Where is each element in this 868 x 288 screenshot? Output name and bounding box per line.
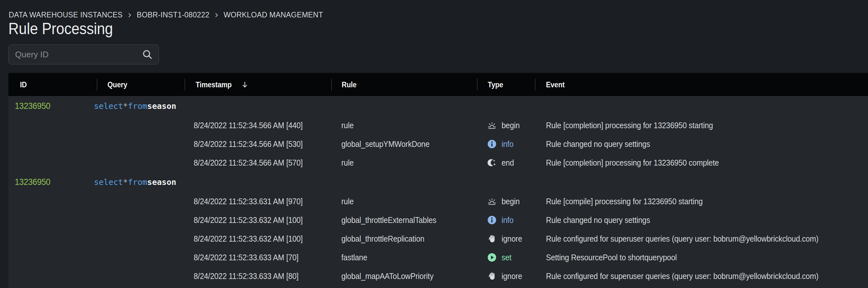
timestamp-cell: 8/24/2022 11:52:33.633 AM [80] [194,267,299,285]
breadcrumb-item-instance[interactable]: BOBR-INST1-080222 [137,11,210,19]
ignore-icon [487,271,497,281]
column-divider [97,79,97,90]
query-token-keyword: select [94,177,123,187]
query-text: select * from season [94,96,176,116]
type-cell: begin [487,116,522,135]
event-cell: Rule [completion] processing for 1323695… [546,153,719,172]
chevron-right-icon [126,12,133,18]
table-body: 13236950 select * from season 8/24/2022 … [8,96,868,285]
column-divider [331,79,332,90]
type-label: begin [502,120,520,131]
type-cell: end [487,153,516,172]
type-label: ignore [502,271,522,281]
type-label: ignore [502,234,522,244]
rule-event-row: 8/24/2022 11:52:34.566 AM [530] global_s… [8,135,868,153]
timestamp-cell: 8/24/2022 11:52:33.631 AM [970] [194,192,303,211]
event-cell: Rule changed no query settings [546,135,650,153]
info-icon [487,215,497,225]
column-divider [185,79,185,90]
column-header-rule[interactable]: Rule [342,73,358,96]
type-cell: begin [487,192,522,211]
type-label: end [502,158,514,168]
timestamp-cell: 8/24/2022 11:52:34.566 AM [440] [194,116,303,135]
table-header: ID Query Timestamp Rule Type Event [8,73,868,96]
column-header-type-label: Type [488,80,503,89]
column-header-id-label: ID [20,80,27,89]
query-token-operator: * [123,102,128,111]
query-token-identifier: season [147,102,176,111]
query-token-identifier: season [147,177,176,187]
query-token-keyword: from [128,102,147,111]
breadcrumb-item-workload-management[interactable]: WORKLOAD MANAGEMENT [224,11,323,19]
page-title: Rule Processing [8,19,113,38]
rule-cell: rule [341,153,353,172]
begin-icon [487,120,497,130]
rule-event-row: 8/24/2022 11:52:33.631 AM [970] rule beg… [8,192,868,211]
column-header-timestamp[interactable]: Timestamp [196,73,249,96]
rule-cell: rule [341,116,353,135]
rule-event-row: 8/24/2022 11:52:33.633 AM [80] global_ma… [8,267,868,285]
type-label: info [502,139,514,149]
event-cell: Rule configured for superuser queries (q… [546,267,818,285]
timestamp-cell: 8/24/2022 11:52:34.566 AM [530] [194,135,303,153]
type-cell: info [487,211,515,229]
type-cell: ignore [487,229,524,248]
chevron-right-icon [213,12,220,18]
rule-event-row: 8/24/2022 11:52:34.566 AM [440] rule beg… [8,116,868,135]
timestamp-cell: 8/24/2022 11:52:33.632 AM [100] [194,229,303,248]
rule-event-row: 8/24/2022 11:52:34.566 AM [570] rule end… [8,153,868,172]
rule-event-row: 8/24/2022 11:52:33.632 AM [100] global_t… [8,229,868,248]
column-header-event[interactable]: Event [546,73,566,96]
query-id-search-input[interactable] [14,49,142,60]
timestamp-cell: 8/24/2022 11:52:33.632 AM [100] [194,211,303,229]
event-cell: Rule [completion] processing for 1323695… [546,116,713,135]
type-label: set [502,253,512,263]
timestamp-cell: 8/24/2022 11:52:34.566 AM [570] [194,153,303,172]
column-header-query[interactable]: Query [107,73,129,96]
rule-cell: fastlane [341,248,367,267]
search-icon[interactable] [142,49,153,60]
column-header-type[interactable]: Type [488,73,505,96]
event-cell: Setting ResourcePool to shortquerypool [546,248,677,267]
query-group-row: 13236950 select * from season [8,96,868,116]
timestamp-cell: 8/24/2022 11:52:33.633 AM [70] [194,248,299,267]
event-cell: Rule changed no query settings [546,211,650,229]
search-box [8,45,159,64]
rule-event-row: 8/24/2022 11:52:33.632 AM [100] global_t… [8,211,868,229]
event-cell: Rule configured for superuser queries (q… [546,229,818,248]
ignore-icon [487,234,497,243]
rule-event-row: 8/24/2022 11:52:33.633 AM [70] fastlane … [8,248,868,267]
column-header-timestamp-label: Timestamp [196,80,231,89]
rule-cell: global_mapAAToLowPriority [341,267,433,285]
column-header-rule-label: Rule [342,80,356,89]
column-divider [477,79,477,90]
type-label: info [502,215,514,225]
type-cell: info [487,135,515,153]
query-token-keyword: select [94,102,123,111]
rule-cell: global_throttleExternalTables [341,211,436,229]
rule-cell: rule [341,192,353,211]
rule-cell: global_setupYMWorkDone [341,135,430,153]
set-icon [487,253,497,262]
query-group-row: 13236950 select * from season [8,172,868,192]
query-id-link[interactable]: 13236950 [15,96,51,116]
query-id-link[interactable]: 13236950 [15,172,51,192]
info-icon [487,139,497,149]
column-header-id[interactable]: ID [20,73,28,96]
event-cell: Rule [compile] processing for 13236950 s… [546,192,703,211]
type-label: begin [502,197,520,206]
column-header-event-label: Event [546,80,565,89]
query-text: select * from season [94,172,176,192]
begin-icon [487,197,497,206]
column-divider [535,79,535,90]
breadcrumb: DATA WAREHOUSE INSTANCES BOBR-INST1-0802… [9,11,323,19]
type-cell: ignore [487,267,524,285]
end-icon [487,158,497,168]
rule-cell: global_throttleReplication [341,229,424,248]
column-header-query-label: Query [107,80,127,89]
breadcrumb-item-data-warehouse-instances[interactable]: DATA WAREHOUSE INSTANCES [9,11,123,19]
type-cell: set [487,248,513,267]
rule-processing-table: ID Query Timestamp Rule Type Event 13236… [8,73,868,288]
sort-descending-icon [241,81,249,89]
query-token-operator: * [123,177,128,187]
